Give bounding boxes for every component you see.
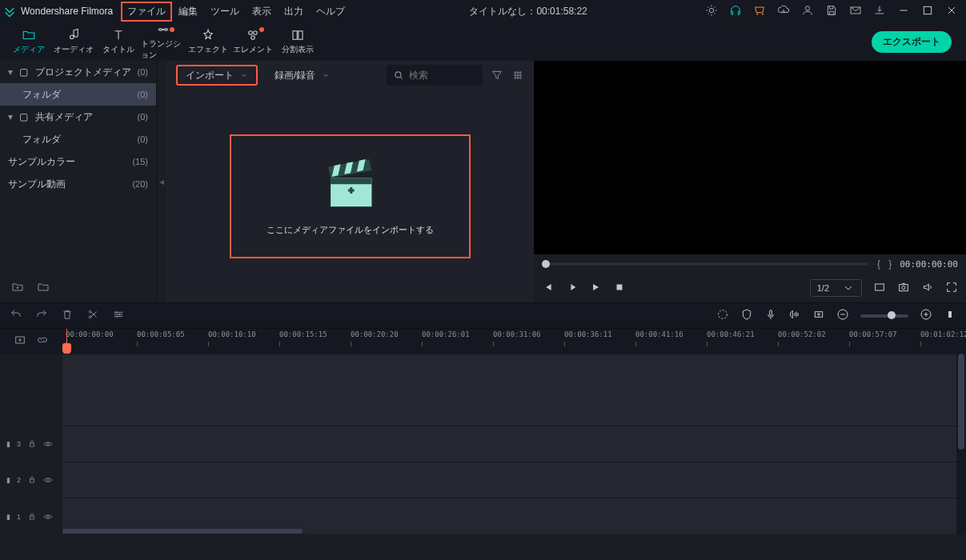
user-icon[interactable] [801, 4, 814, 19]
preview-panel: { } 00:00:00:00 1/2 [534, 61, 966, 302]
sidebar-shared-media[interactable]: ▾▢共有メディア(0) [0, 106, 156, 128]
tab-split-view[interactable]: 分割表示 [275, 22, 320, 61]
mark-in-button[interactable]: { [877, 258, 880, 270]
track-head-3[interactable]: ▮3 [0, 426, 62, 462]
filter-icon[interactable] [491, 69, 503, 82]
cloud-download-icon[interactable] [777, 4, 790, 19]
preview-quality-icon[interactable] [873, 281, 886, 296]
redo-button[interactable] [35, 308, 48, 323]
sidebar-sample-video[interactable]: サンプル動画(20) [0, 173, 156, 195]
fullscreen-icon[interactable] [945, 281, 958, 296]
menu-view[interactable]: 表示 [246, 2, 278, 22]
menu-file[interactable]: ファイル [121, 2, 172, 22]
timeline-vscroll[interactable] [956, 354, 966, 534]
svg-rect-32 [770, 310, 772, 316]
sidebar-project-media[interactable]: ▾▢プロジェクトメディア(0) [0, 61, 156, 83]
save-icon[interactable] [825, 4, 838, 19]
ruler-tick: 00:00:00:00 [66, 330, 114, 338]
ruler-tick: 00:00:20:20 [351, 330, 399, 338]
tab-element[interactable]: エレメント [230, 22, 275, 61]
sidebar-splitter[interactable]: ◂ [157, 61, 166, 302]
record-dropdown[interactable]: 録画/録音 [266, 65, 339, 86]
import-dropdown[interactable]: インポート [176, 65, 258, 86]
window-maximize-icon[interactable] [921, 4, 934, 19]
stop-button[interactable] [614, 282, 625, 295]
prev-frame-button[interactable] [542, 282, 553, 295]
folder-icon[interactable] [37, 281, 50, 296]
brightness-icon[interactable] [705, 4, 718, 19]
settings-icon[interactable] [112, 308, 125, 323]
ruler-tick: 00:00:46:21 [707, 330, 755, 338]
track-lane-3[interactable] [62, 426, 956, 462]
app-name: Wondershare Filmora [21, 6, 113, 17]
tab-title[interactable]: タイトル [96, 22, 141, 61]
marker-shield-icon[interactable] [740, 308, 753, 323]
track-head-2[interactable]: ▮2 [0, 462, 62, 498]
audio-mixer-icon[interactable] [788, 308, 801, 323]
track-head-1[interactable]: ▮1 [0, 498, 62, 534]
export-button[interactable]: エクスポート [872, 31, 952, 53]
track-lanes[interactable] [62, 354, 966, 534]
timeline-zoom-slider[interactable] [860, 314, 908, 318]
clapperboard-icon [319, 157, 383, 213]
preview-screen[interactable] [534, 61, 966, 254]
tab-effect[interactable]: エフェクト [186, 22, 230, 61]
import-drop-zone[interactable]: ここにメディアファイルをインポートする [230, 134, 471, 258]
tab-transition[interactable]: トランジション [141, 22, 186, 61]
timeline-hscroll[interactable] [62, 528, 956, 534]
mail-icon[interactable] [849, 4, 862, 19]
download-icon[interactable] [873, 4, 886, 19]
timeline-add-track-icon[interactable] [14, 334, 26, 349]
menu-tool[interactable]: ツール [204, 2, 246, 22]
headphones-icon[interactable] [729, 4, 742, 19]
svg-rect-41 [30, 479, 34, 482]
playhead[interactable] [66, 329, 67, 354]
svg-point-16 [515, 77, 516, 78]
sidebar-folder-2[interactable]: フォルダ(0) [0, 128, 156, 150]
tab-audio[interactable]: オーディオ [51, 22, 96, 61]
timeline-ruler[interactable]: 00:00:00:0000:00:05:0500:00:10:1000:00:1… [62, 329, 966, 354]
grid-view-icon[interactable] [511, 69, 524, 82]
svg-point-12 [519, 72, 521, 74]
preview-scrub-track[interactable] [542, 262, 869, 266]
delete-button[interactable] [61, 308, 74, 323]
svg-point-14 [517, 74, 519, 76]
timeline-link-icon[interactable] [36, 334, 49, 349]
split-button[interactable] [86, 308, 99, 323]
timeline-tracks: ▮3 ▮2 ▮1 [0, 354, 966, 534]
window-close-icon[interactable] [945, 4, 958, 19]
timeline-toolbar [0, 302, 966, 328]
tab-media[interactable]: メディア [6, 22, 51, 61]
new-folder-icon[interactable] [11, 281, 24, 296]
window-minimize-icon[interactable] [897, 4, 910, 19]
track-lane-2[interactable] [62, 462, 956, 498]
zoom-in-icon[interactable] [920, 308, 932, 323]
cart-icon[interactable] [753, 4, 766, 19]
keyframe-icon[interactable] [812, 308, 825, 323]
svg-point-15 [519, 74, 521, 76]
play-button[interactable] [590, 282, 601, 295]
menu-help[interactable]: ヘルプ [310, 2, 351, 22]
menu-edit[interactable]: 編集 [172, 2, 204, 22]
mark-out-button[interactable]: } [888, 258, 892, 270]
zoom-out-icon[interactable] [836, 308, 849, 323]
title-bar: Wondershare Filmora ファイル 編集 ツール 表示 出力 ヘル… [0, 0, 966, 22]
track-lane-main[interactable] [62, 354, 956, 426]
menu-output[interactable]: 出力 [278, 2, 310, 22]
svg-point-31 [719, 310, 728, 319]
preview-zoom-dropdown[interactable]: 1/2 [810, 279, 862, 297]
svg-point-13 [515, 74, 516, 76]
voiceover-mic-icon[interactable] [764, 308, 777, 323]
sidebar-folder[interactable]: フォルダ(0) [0, 83, 156, 106]
snapshot-icon[interactable] [897, 281, 910, 296]
play-pause-button[interactable] [566, 282, 577, 295]
render-icon[interactable] [716, 308, 729, 323]
volume-icon[interactable] [921, 281, 934, 296]
svg-point-30 [89, 316, 91, 318]
search-input[interactable] [387, 65, 483, 86]
ruler-tick: 00:00:36:11 [564, 330, 612, 338]
sidebar-sample-color[interactable]: サンプルカラー(15) [0, 150, 156, 173]
svg-point-34 [818, 314, 820, 316]
undo-button[interactable] [10, 308, 22, 323]
track-head-main[interactable] [0, 354, 62, 426]
